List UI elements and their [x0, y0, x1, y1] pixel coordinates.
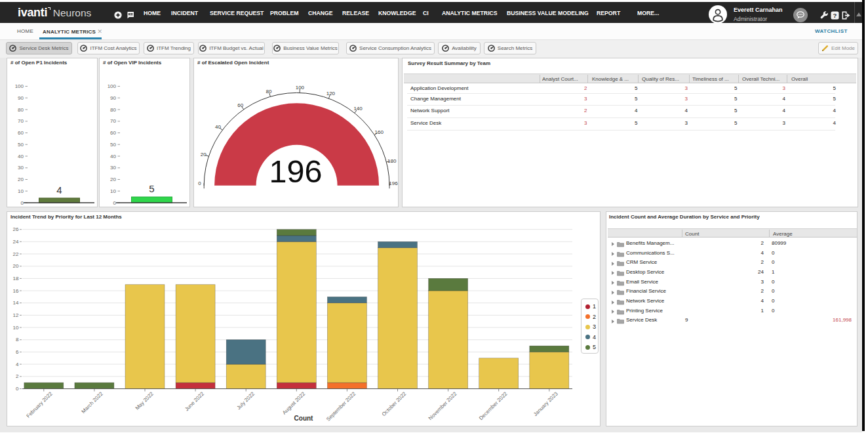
svg-text:100: 100 — [108, 83, 117, 89]
svg-text:60: 60 — [110, 130, 116, 136]
svg-text:10: 10 — [18, 188, 24, 194]
svg-text:July 2022: July 2022 — [236, 390, 256, 411]
svg-text:90: 90 — [110, 95, 116, 101]
svg-text:?: ? — [833, 12, 837, 19]
svg-text:20: 20 — [18, 176, 24, 182]
svg-text:12: 12 — [13, 312, 19, 318]
svg-text:80: 80 — [110, 107, 116, 113]
svg-text:50: 50 — [18, 142, 24, 148]
svg-text:30: 30 — [110, 165, 116, 171]
svg-text:196: 196 — [269, 154, 323, 189]
svg-text:May 2022: May 2022 — [134, 390, 155, 411]
svg-text:196: 196 — [389, 180, 398, 186]
svg-text:16: 16 — [13, 288, 19, 294]
svg-text:February 2022: February 2022 — [26, 390, 54, 419]
svg-text:50: 50 — [110, 142, 116, 148]
svg-text:20: 20 — [13, 263, 19, 269]
svg-text:80: 80 — [266, 89, 271, 94]
svg-text:June 2022: June 2022 — [184, 390, 205, 412]
svg-text:30: 30 — [18, 165, 24, 171]
svg-text:70: 70 — [18, 118, 24, 124]
svg-text:14: 14 — [13, 300, 19, 306]
svg-text:0: 0 — [113, 200, 117, 206]
svg-text:Count: Count — [294, 415, 314, 422]
svg-text:2: 2 — [16, 373, 19, 379]
svg-text:0: 0 — [16, 386, 19, 392]
svg-text:24: 24 — [13, 239, 19, 245]
svg-text:0: 0 — [198, 180, 201, 186]
svg-text:10: 10 — [110, 188, 116, 194]
svg-text:18: 18 — [13, 276, 19, 281]
svg-text:5: 5 — [149, 183, 154, 194]
svg-text:180: 180 — [387, 158, 397, 164]
svg-text:20: 20 — [201, 152, 207, 157]
svg-text:60: 60 — [237, 102, 243, 108]
svg-text:September 2022: September 2022 — [325, 390, 357, 423]
svg-text:August 2022: August 2022 — [281, 390, 307, 416]
svg-text:December 2022: December 2022 — [478, 390, 509, 421]
svg-text:October 2022: October 2022 — [381, 390, 408, 417]
svg-text:4: 4 — [56, 184, 62, 196]
svg-text:160: 160 — [375, 129, 384, 135]
svg-text:120: 120 — [326, 91, 336, 96]
svg-text:40: 40 — [18, 154, 24, 159]
svg-text:January 2023: January 2023 — [532, 390, 559, 417]
svg-text:March 2022: March 2022 — [81, 390, 105, 415]
svg-text:22: 22 — [13, 251, 19, 257]
svg-text:100: 100 — [15, 83, 24, 89]
svg-text:140: 140 — [353, 106, 363, 112]
svg-text:November 2022: November 2022 — [427, 390, 458, 421]
svg-text:0: 0 — [21, 200, 24, 206]
svg-text:26: 26 — [13, 226, 19, 232]
svg-text:70: 70 — [110, 118, 116, 124]
svg-text:40: 40 — [110, 154, 116, 159]
svg-text:80: 80 — [18, 107, 24, 113]
svg-text:10: 10 — [13, 325, 19, 331]
svg-text:6: 6 — [16, 349, 19, 355]
svg-text:8: 8 — [16, 337, 19, 342]
svg-text:60: 60 — [18, 130, 24, 136]
svg-text:4: 4 — [16, 362, 19, 367]
svg-text:40: 40 — [215, 124, 221, 130]
svg-text:90: 90 — [18, 95, 24, 101]
svg-text:20: 20 — [110, 176, 116, 182]
svg-text:100: 100 — [296, 85, 305, 91]
